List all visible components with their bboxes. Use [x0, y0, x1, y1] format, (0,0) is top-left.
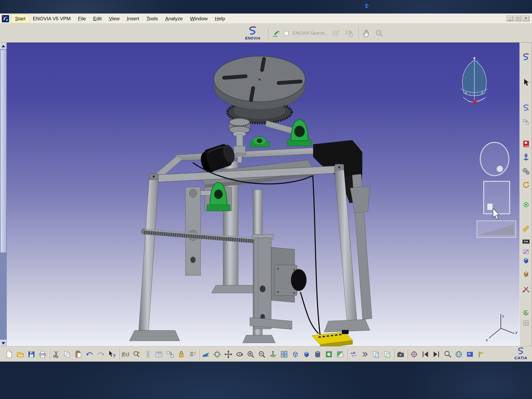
wireframe-cube-icon[interactable] — [290, 349, 300, 359]
restore-button[interactable]: □ — [514, 15, 521, 21]
zoom-in-icon[interactable] — [246, 349, 256, 359]
enovia-workbench-icon[interactable] — [521, 52, 531, 62]
toolbar-handle[interactable] — [49, 349, 50, 360]
svg-text:z: z — [477, 59, 479, 63]
formula-icon[interactable]: f(x) — [121, 349, 130, 359]
fast-forward-icon[interactable] — [431, 349, 441, 359]
menu-window[interactable]: Window — [187, 14, 211, 23]
full-screen-icon[interactable] — [360, 349, 370, 359]
cad-model-canvas[interactable]: z x y z x y — [7, 43, 520, 347]
vertical-scrollbar[interactable] — [0, 43, 7, 347]
toolbar-handle[interactable] — [407, 349, 408, 360]
rules-list-icon[interactable] — [188, 349, 197, 359]
knowledge-ruler-icon[interactable] — [143, 349, 153, 359]
minimize-button[interactable]: _ — [506, 15, 513, 21]
rewind-icon[interactable] — [420, 349, 430, 359]
link-parts-icon[interactable] — [521, 117, 531, 127]
publish-arrow-icon[interactable] — [271, 28, 281, 38]
swap-visible-icon[interactable] — [349, 349, 358, 359]
simulation-gear-icon[interactable] — [521, 200, 531, 209]
design-table-icon[interactable] — [154, 349, 164, 359]
measure-icon[interactable] — [521, 223, 531, 233]
iso-cube-icon[interactable] — [521, 256, 531, 265]
new-document-icon[interactable] — [4, 349, 14, 359]
cut-icon[interactable] — [51, 349, 61, 359]
menu-enovia-v5-vpm[interactable]: ENOVIA V5 VPM — [29, 14, 74, 23]
view-compass[interactable]: z x y — [461, 57, 488, 104]
update-swirl-icon[interactable] — [521, 180, 531, 190]
section-icon[interactable] — [521, 247, 531, 256]
print-icon[interactable] — [38, 349, 48, 359]
select-arrow-icon[interactable] — [521, 78, 531, 87]
catalog-browser-icon[interactable] — [521, 139, 531, 149]
menu-insert[interactable]: Insert — [123, 14, 143, 23]
mechanism-gears-icon[interactable] — [521, 167, 531, 176]
open-icon[interactable] — [15, 349, 25, 359]
scroll-up-button[interactable] — [0, 43, 7, 49]
edit-formula-icon[interactable] — [132, 349, 142, 359]
window-controls: _ □ × — [506, 15, 529, 21]
multi-view-icon[interactable] — [279, 349, 289, 359]
camera-capture-icon[interactable] — [396, 349, 405, 359]
fly-mode-icon[interactable] — [201, 349, 211, 359]
material-cube-icon[interactable] — [521, 269, 531, 279]
shaded-cube-icon[interactable] — [302, 349, 311, 359]
svg-text:y: y — [515, 330, 517, 334]
normal-view-icon[interactable] — [268, 349, 278, 359]
scrollbar-thumb[interactable] — [0, 49, 6, 253]
scroll-down-button[interactable] — [0, 340, 7, 347]
toolbar-handle[interactable] — [118, 349, 119, 360]
pan-icon[interactable] — [223, 349, 233, 359]
target-icon[interactable] — [409, 349, 419, 359]
paste-special-icon[interactable] — [382, 349, 392, 359]
search-magnifier-icon[interactable] — [443, 349, 453, 359]
menu-file[interactable]: File — [74, 14, 90, 23]
toolbar-handle[interactable] — [346, 349, 347, 360]
flag-pointer-icon[interactable] — [476, 349, 486, 359]
paste-format-icon[interactable] — [371, 349, 381, 359]
mapping-grid-icon[interactable] — [344, 28, 354, 38]
attributes-grid-icon[interactable] — [331, 28, 341, 38]
menu-view[interactable]: View — [105, 14, 123, 23]
menu-tools[interactable]: Tools — [143, 14, 162, 23]
grid-options-icon[interactable] — [521, 318, 531, 328]
help-pointer-icon[interactable]: ? — [107, 349, 117, 359]
tools-wrench-icon[interactable] — [521, 284, 531, 294]
lock-icon[interactable] — [176, 349, 186, 359]
rotate-icon[interactable] — [235, 349, 244, 359]
menu-help[interactable]: Help — [211, 14, 229, 23]
undo-icon[interactable] — [85, 349, 95, 359]
viewport-icon[interactable] — [465, 349, 475, 359]
catia-app-icon[interactable] — [2, 15, 9, 23]
menu-start[interactable]: Start — [11, 14, 29, 23]
globe-icon[interactable] — [454, 349, 464, 359]
save-icon[interactable] — [26, 349, 36, 359]
shaded-cylinder-icon[interactable] — [313, 349, 323, 359]
toolbar-handle[interactable] — [199, 349, 200, 360]
toolbar-handle[interactable] — [393, 349, 394, 360]
copy-icon[interactable] — [62, 349, 72, 359]
paste-icon[interactable] — [74, 349, 83, 359]
hide-show-icon[interactable] — [335, 349, 345, 359]
zoom-out-icon[interactable] — [257, 349, 267, 359]
enovia-search-label[interactable]: ENOVIA Search... — [293, 31, 328, 36]
menu-analyze[interactable]: Analyze — [162, 14, 187, 23]
no-access-icon[interactable] — [374, 28, 384, 38]
toolbar-handle[interactable] — [357, 28, 358, 39]
menu-edit[interactable]: Edit — [90, 14, 105, 23]
svg-text:x: x — [486, 338, 488, 342]
mapping-icon[interactable] — [165, 349, 175, 359]
knowledge-swirl-icon[interactable] — [521, 308, 531, 317]
constraints-anchor-icon[interactable] — [521, 153, 531, 162]
close-button[interactable]: × — [522, 15, 529, 21]
sketcher-workbench-icon[interactable] — [521, 103, 531, 112]
take-exclusive-hand-icon[interactable] — [361, 28, 371, 38]
svg-text:?: ? — [113, 353, 115, 358]
fit-all-icon[interactable] — [212, 349, 222, 359]
animation-film-icon[interactable] — [521, 237, 531, 246]
search-checkbox[interactable] — [284, 31, 289, 36]
3d-viewport[interactable]: z x y z x y — [7, 43, 520, 347]
redo-icon[interactable] — [96, 349, 106, 359]
render-style-icon[interactable] — [324, 349, 334, 359]
toolbar-handle[interactable] — [267, 28, 268, 39]
